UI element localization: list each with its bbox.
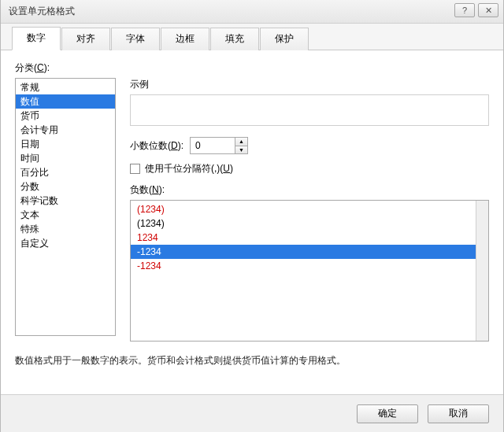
tab-3[interactable]: 边框 <box>161 28 209 50</box>
close-button[interactable]: ✕ <box>478 3 498 17</box>
number-settings: 示例 小数位数(D): ▲ ▼ <box>130 78 489 342</box>
negative-item[interactable]: (1234) <box>131 202 488 216</box>
category-item[interactable]: 会计专用 <box>16 123 115 137</box>
negative-label: 负数(N): <box>130 183 489 197</box>
thousand-row: 使用千位分隔符(,)(U) <box>130 162 489 175</box>
spinner-buttons: ▲ ▼ <box>235 138 247 153</box>
category-item[interactable]: 文本 <box>16 208 115 222</box>
thousand-label: 使用千位分隔符(,)(U) <box>145 162 233 175</box>
scrollbar[interactable] <box>476 201 488 341</box>
category-label: 分类(C): <box>15 61 489 75</box>
dialog-footer: 确定 取消 <box>1 394 503 432</box>
category-item[interactable]: 日期 <box>16 137 115 151</box>
sample-box <box>130 94 489 126</box>
tab-0[interactable]: 数字 <box>12 27 61 50</box>
spin-down-icon[interactable]: ▼ <box>235 146 247 154</box>
spin-up-icon[interactable]: ▲ <box>235 138 247 146</box>
negative-item[interactable]: 1234 <box>131 231 488 245</box>
titlebar: 设置单元格格式 ? ✕ <box>1 0 503 24</box>
help-button[interactable]: ? <box>454 3 475 17</box>
window-title: 设置单元格格式 <box>9 5 75 18</box>
format-description: 数值格式用于一般数字的表示。货币和会计格式则提供货币值计算的专用格式。 <box>15 354 489 367</box>
category-list[interactable]: 常规数值货币会计专用日期时间百分比分数科学记数文本特殊自定义 <box>15 78 116 336</box>
sample-label: 示例 <box>130 78 489 91</box>
category-item[interactable]: 分数 <box>16 179 115 194</box>
category-item[interactable]: 数值 <box>16 94 115 109</box>
tab-2[interactable]: 字体 <box>111 28 160 50</box>
category-item[interactable]: 货币 <box>16 109 115 123</box>
category-item[interactable]: 常规 <box>16 80 115 94</box>
negative-item[interactable]: (1234) <box>131 216 488 231</box>
ok-button[interactable]: 确定 <box>357 404 418 423</box>
tab-1[interactable]: 对齐 <box>61 28 110 50</box>
category-item[interactable]: 特殊 <box>16 222 115 236</box>
thousand-checkbox[interactable] <box>130 164 140 174</box>
tab-4[interactable]: 填充 <box>210 28 259 50</box>
cancel-button[interactable]: 取消 <box>428 404 489 423</box>
category-item[interactable]: 自定义 <box>16 236 115 250</box>
tab-5[interactable]: 保护 <box>260 28 309 50</box>
tab-pane-number: 分类(C): 常规数值货币会计专用日期时间百分比分数科学记数文本特殊自定义 示例… <box>1 50 503 394</box>
negative-list[interactable]: (1234)(1234)1234-1234-1234 <box>130 200 489 342</box>
negative-item[interactable]: -1234 <box>131 259 488 273</box>
dialog-window: 设置单元格格式 ? ✕ 数字对齐字体边框填充保护 分类(C): 常规数值货币会计… <box>0 0 504 432</box>
decimal-label: 小数位数(D): <box>130 139 183 153</box>
negative-item[interactable]: -1234 <box>131 245 488 259</box>
category-item[interactable]: 时间 <box>16 151 115 165</box>
tab-strip: 数字对齐字体边框填充保护 <box>1 24 503 50</box>
category-item[interactable]: 百分比 <box>16 165 115 179</box>
decimal-spinner[interactable]: ▲ ▼ <box>190 137 248 154</box>
decimal-input[interactable] <box>191 138 235 153</box>
window-controls: ? ✕ <box>454 3 498 17</box>
decimal-row: 小数位数(D): ▲ ▼ <box>130 137 489 154</box>
category-item[interactable]: 科学记数 <box>16 194 115 208</box>
